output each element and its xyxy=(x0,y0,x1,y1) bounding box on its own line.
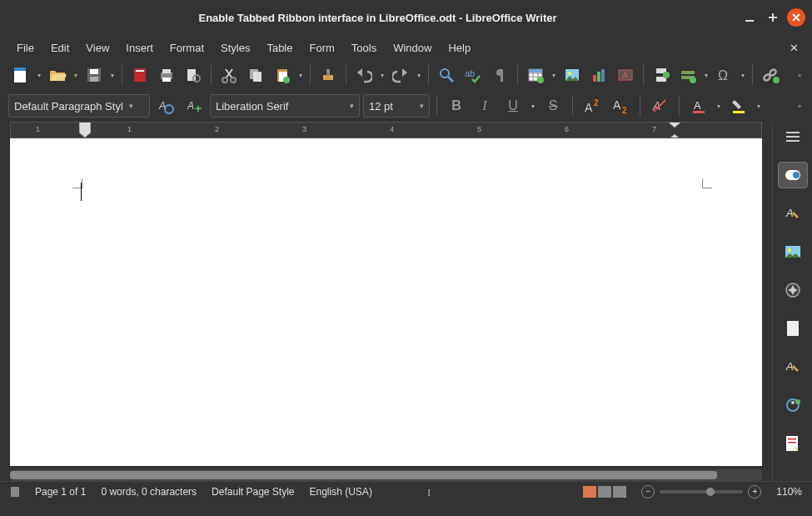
font-color-icon[interactable]: A xyxy=(686,93,711,118)
svg-rect-27 xyxy=(326,69,330,76)
formatting-marks-icon[interactable] xyxy=(487,63,512,88)
sidebar: A A xyxy=(772,122,812,481)
status-zoom[interactable]: 110% xyxy=(776,486,802,498)
minimize-button[interactable] xyxy=(740,8,759,27)
zoom-in-button[interactable]: + xyxy=(748,485,761,498)
menu-styles[interactable]: Styles xyxy=(212,38,258,58)
open-dropdown[interactable]: ▾ xyxy=(72,63,80,88)
font-color-dropdown[interactable]: ▾ xyxy=(715,93,723,118)
zoom-out-button[interactable]: − xyxy=(641,485,655,498)
status-words[interactable]: 0 words, 0 characters xyxy=(101,486,197,498)
print-icon[interactable] xyxy=(154,63,179,88)
save-dropdown[interactable]: ▾ xyxy=(108,63,117,88)
insert-hyperlink-icon[interactable] xyxy=(758,63,783,88)
sidebar-page-icon[interactable] xyxy=(778,315,808,342)
font-size-combo[interactable]: 12 pt ▾ xyxy=(363,94,430,118)
print-preview-icon[interactable] xyxy=(181,63,206,88)
view-layout-buttons[interactable] xyxy=(583,486,626,498)
bold-icon[interactable]: B xyxy=(444,93,469,118)
open-icon[interactable] xyxy=(45,63,70,88)
svg-rect-77 xyxy=(787,321,799,336)
superscript-icon[interactable]: A2 xyxy=(580,93,605,118)
insert-field-icon[interactable] xyxy=(675,63,700,88)
toolbar-overflow[interactable]: » xyxy=(795,63,804,88)
insert-image-icon[interactable] xyxy=(560,63,585,88)
svg-point-75 xyxy=(788,248,791,252)
close-document-icon[interactable]: ✕ xyxy=(785,38,804,58)
italic-icon[interactable]: I xyxy=(472,93,497,118)
insert-table-icon[interactable] xyxy=(523,63,548,88)
symbol-dropdown[interactable]: ▾ xyxy=(739,63,747,88)
save-icon[interactable] xyxy=(82,63,107,88)
underline-icon[interactable]: U xyxy=(501,93,526,118)
strikethrough-icon[interactable]: S xyxy=(541,93,565,118)
zoom-slider[interactable] xyxy=(660,490,743,493)
svg-point-19 xyxy=(222,78,227,83)
status-page[interactable]: Page 1 of 1 xyxy=(35,486,86,498)
new-document-icon[interactable] xyxy=(8,63,33,88)
status-selection-mode[interactable]: I xyxy=(427,486,437,498)
redo-dropdown[interactable]: ▾ xyxy=(415,63,423,88)
sidebar-gallery-icon[interactable] xyxy=(778,238,808,265)
menu-insert[interactable]: Insert xyxy=(117,38,162,58)
insert-symbol-icon[interactable]: Ω xyxy=(712,63,737,88)
menu-table[interactable]: Table xyxy=(258,38,301,58)
copy-icon[interactable] xyxy=(243,63,268,88)
svg-rect-36 xyxy=(529,69,542,73)
document-page[interactable] xyxy=(10,138,762,466)
highlight-color-icon[interactable] xyxy=(726,93,751,118)
subscript-icon[interactable]: A2 xyxy=(608,93,633,118)
svg-point-72 xyxy=(793,172,800,178)
sidebar-style-inspector-icon[interactable]: A xyxy=(778,353,808,380)
export-pdf-icon[interactable] xyxy=(127,63,152,88)
menu-help[interactable]: Help xyxy=(440,38,479,58)
paragraph-style-combo[interactable]: Default Paragraph Style ▾ xyxy=(8,94,150,118)
undo-icon[interactable] xyxy=(351,63,376,88)
sidebar-accessibility-icon[interactable] xyxy=(778,392,808,418)
menu-form[interactable]: Form xyxy=(301,38,342,58)
sidebar-styles-icon[interactable]: A xyxy=(778,200,808,227)
spellcheck-icon[interactable]: ab xyxy=(461,63,486,88)
horizontal-scrollbar[interactable] xyxy=(10,469,762,481)
redo-icon[interactable] xyxy=(388,63,413,88)
find-replace-icon[interactable] xyxy=(434,63,459,88)
undo-dropdown[interactable]: ▾ xyxy=(378,63,386,88)
paste-icon[interactable] xyxy=(270,63,295,88)
font-size-value: 12 pt xyxy=(369,100,393,113)
menu-view[interactable]: View xyxy=(77,38,117,58)
close-button[interactable] xyxy=(787,8,805,27)
formatbar-overflow[interactable]: » xyxy=(795,93,804,118)
menu-window[interactable]: Window xyxy=(385,38,440,58)
paste-dropdown[interactable]: ▾ xyxy=(296,63,305,88)
font-name-combo[interactable]: Liberation Serif ▾ xyxy=(210,94,360,118)
insert-chart-icon[interactable] xyxy=(586,63,611,88)
horizontal-ruler[interactable]: 1 1 2 3 4 5 6 7 xyxy=(10,122,762,138)
svg-point-39 xyxy=(568,72,571,75)
status-language[interactable]: English (USA) xyxy=(310,486,372,498)
sidebar-navigator-icon[interactable] xyxy=(778,277,808,303)
sidebar-menu-icon[interactable] xyxy=(778,123,808,150)
maximize-button[interactable] xyxy=(764,8,782,27)
scrollbar-thumb[interactable] xyxy=(10,471,717,479)
cut-icon[interactable] xyxy=(217,63,242,88)
highlight-dropdown[interactable]: ▾ xyxy=(755,93,763,118)
sidebar-properties-icon[interactable] xyxy=(778,162,808,188)
menu-file[interactable]: File xyxy=(8,38,42,58)
menu-format[interactable]: Format xyxy=(162,38,212,58)
status-page-style[interactable]: Default Page Style xyxy=(212,486,294,498)
update-style-icon[interactable]: A xyxy=(153,93,178,118)
clone-formatting-icon[interactable] xyxy=(316,63,341,88)
svg-rect-13 xyxy=(162,69,171,73)
table-dropdown[interactable]: ▾ xyxy=(550,63,558,88)
new-style-icon[interactable]: A+ xyxy=(182,93,207,118)
new-dropdown[interactable]: ▾ xyxy=(35,63,43,88)
insert-textbox-icon[interactable]: A xyxy=(613,63,638,88)
menu-edit[interactable]: Edit xyxy=(42,38,77,58)
clear-formatting-icon[interactable]: A xyxy=(647,93,672,118)
sidebar-manage-changes-icon[interactable] xyxy=(778,430,808,457)
svg-rect-66 xyxy=(693,111,705,113)
underline-dropdown[interactable]: ▾ xyxy=(529,93,537,118)
field-dropdown[interactable]: ▾ xyxy=(702,63,710,88)
menu-tools[interactable]: Tools xyxy=(343,38,385,58)
insert-page-break-icon[interactable] xyxy=(649,63,674,88)
